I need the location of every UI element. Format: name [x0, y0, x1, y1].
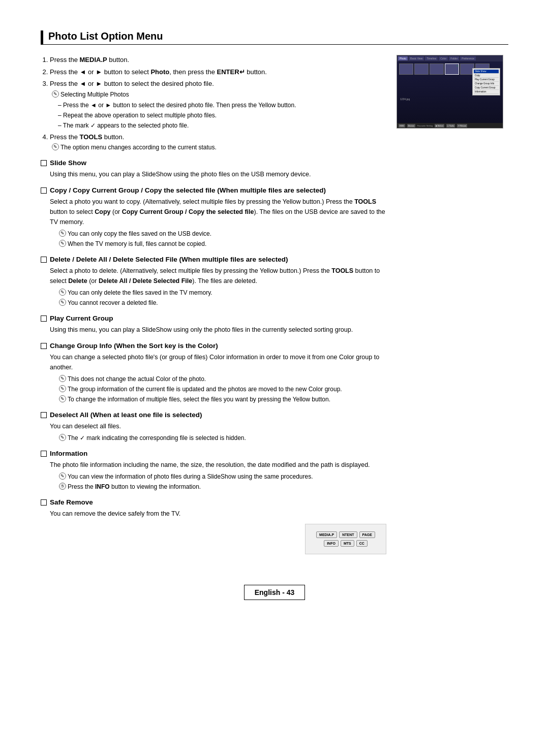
section-title-play-current: Play Current Group	[50, 314, 113, 322]
change-group-note-3: ✎ To change the information of multiple …	[41, 395, 386, 404]
section-title-deselect: Deselect All (When at least one file is …	[50, 411, 202, 419]
step3-bullets: Press the ◄ or ► button to select the de…	[50, 101, 386, 130]
remote-btn-info: INFO	[324, 540, 339, 547]
section-title-change-group: Change Group Info (When the Sort key is …	[50, 342, 218, 350]
tv-screenshot: Photo Basic View Timeline Color Folder P…	[396, 55, 503, 129]
tv-menu-play-current: Play Current Group	[474, 78, 499, 82]
section-title-slide-show: Slide Show	[50, 159, 86, 167]
tv-tab-timeline: Timeline	[425, 56, 438, 60]
copy-note-2: ✎ When the TV memory is full, files cann…	[41, 239, 386, 248]
tv-screenshot-area: Photo Basic View Timeline Color Folder P…	[396, 55, 508, 554]
remote-btn-cc: CC	[356, 540, 368, 547]
section-header-deselect: Deselect All (When at least one file is …	[41, 411, 386, 419]
copy-note-1: ✎ You can only copy the files saved on t…	[41, 229, 386, 238]
section-header-information: Information	[41, 450, 386, 457]
tv-photo-3	[430, 64, 444, 75]
section-body-slide-show: Using this menu, you can play a SlideSho…	[41, 169, 386, 179]
delete-note-text-2: You cannot recover a deleted file.	[68, 298, 158, 307]
tv-photo-1	[399, 64, 413, 75]
tv-btn-tools: ▷ Tools	[446, 124, 455, 128]
footer: English - 43	[41, 585, 508, 600]
note-icon-delete-1: ✎	[59, 289, 66, 296]
tv-btn-select: ■ Select	[435, 124, 444, 128]
section-header-safe-remove: Safe Remove	[41, 498, 386, 506]
remote-btn-ntent: NTENT	[339, 531, 357, 538]
tv-menu-copy-current: Copy Current Group	[474, 86, 499, 90]
delete-note-text-1: You can only delete the files saved in t…	[68, 288, 212, 297]
step2-bold-photo: Photo	[150, 68, 169, 76]
remote-row-1: MEDIA.P NTENT PAGE	[316, 531, 375, 538]
step3-note-text: Selecting Multiple Photos	[60, 90, 129, 99]
copy-note-text-2: When the TV memory is full, files cannot…	[68, 239, 206, 248]
tv-screen: Photo Basic View Timeline Color Folder P…	[397, 55, 503, 128]
tv-btn-hdd: HDD	[399, 124, 405, 128]
section-header-copy: Copy / Copy Current Group / Copy the sel…	[41, 186, 386, 194]
delete-note-1: ✎ You can only delete the files saved in…	[41, 288, 386, 297]
step4-note-text: The option menu changes according to the…	[60, 143, 217, 152]
section-body-safe-remove: You can remove the device safely from th…	[41, 509, 386, 519]
tv-photo-2	[414, 64, 429, 75]
section-header-play-current: Play Current Group	[41, 314, 386, 322]
step3-bullet-2: Repeat the above operation to select mul…	[58, 111, 386, 120]
note-icon-cg-1: ✎	[59, 375, 66, 382]
remote-btn-page: PAGE	[359, 531, 375, 538]
section-body-delete: Select a photo to delete. (Alternatively…	[41, 266, 386, 286]
tv-menu-information: Information	[474, 90, 499, 94]
remote-row-2: INFO MTS CC	[324, 540, 368, 547]
remote-btn-mts: MTS	[341, 540, 354, 547]
section-header-slide-show: Slide Show	[41, 159, 386, 167]
step-4: Press the TOOLS button. ✎ The option men…	[50, 132, 386, 152]
step4-bold-tools: TOOLS	[80, 133, 103, 141]
copy-note-text-1: You can only copy the files saved on the…	[68, 229, 211, 238]
section-title-delete: Delete / Delete All / Delete Selected Fi…	[50, 256, 288, 263]
change-group-note-text-1: This does not change the actual Color of…	[68, 374, 206, 384]
tv-tab-photo: Photo	[398, 56, 408, 60]
change-group-note-1: ✎ This does not change the actual Color …	[41, 374, 386, 384]
tv-context-menu: Slide Show Copy Play Current Group Chang…	[472, 68, 500, 96]
deselect-note-text-1: The ✓ mark indicating the corresponding …	[68, 433, 246, 443]
section-body-information: The photo file information including the…	[41, 460, 386, 470]
section-title-safe-remove: Safe Remove	[50, 498, 93, 506]
tv-tab-basic: Basic View	[409, 56, 424, 60]
note-icon-cg-2: ✎	[59, 385, 66, 392]
tv-tab-color: Color	[439, 56, 448, 60]
information-note-text-1: You can view the information of photo fi…	[68, 472, 313, 481]
tv-tabs-bar: Photo Basic View Timeline Color Folder P…	[397, 55, 503, 61]
tv-bottom-text: Favourite Setting	[417, 124, 433, 127]
note-icon-copy-1: ✎	[59, 230, 66, 237]
section-title-information: Information	[50, 450, 87, 457]
note-icon-delete-2: ✎	[59, 299, 66, 306]
section-header-change-group: Change Group Info (When the Sort key is …	[41, 342, 386, 350]
tv-photo-4: ✓	[445, 64, 459, 75]
change-group-note-2: ✎ The group information of the current f…	[41, 385, 386, 394]
checkbox-icon-information	[41, 451, 47, 457]
remote-image-area: MEDIA.P NTENT PAGE INFO MTS CC	[41, 524, 386, 554]
checkbox-icon-change-group	[41, 343, 47, 349]
steps-list: Press the MEDIA.P button. Press the ◄ or…	[41, 55, 386, 152]
footer-label: English - 43	[244, 585, 306, 600]
checkbox-icon-safe-remove	[41, 499, 47, 506]
note-icon-cg-3: ✎	[59, 395, 66, 402]
note-icon-info-1: ✎	[59, 472, 66, 480]
delete-note-2: ✎ You cannot recover a deleted file.	[41, 298, 386, 307]
tv-menu-slideshow: Slide Show	[474, 70, 499, 74]
tv-bottom-bar: HDD Device Favourite Setting ■ Select ▷ …	[397, 123, 503, 128]
section-body-copy: Select a photo you want to copy. (Altern…	[41, 197, 386, 227]
step-3: Press the ◄ or ► button to select the de…	[50, 79, 386, 130]
section-title-copy: Copy / Copy Current Group / Copy the sel…	[50, 186, 326, 194]
step1-bold: MEDIA.P	[80, 56, 107, 64]
step3-bullet-3: The mark ✓ appears to the selected photo…	[58, 121, 386, 130]
information-note-text-2: Press the INFO button to viewing the inf…	[68, 482, 201, 491]
step-1: Press the MEDIA.P button.	[50, 55, 386, 65]
information-note-2: 5 Press the INFO button to viewing the i…	[41, 482, 386, 491]
tv-menu-change-group: Change Group Info	[474, 82, 499, 86]
checkbox-icon-deselect	[41, 412, 47, 418]
checkbox-icon-copy	[41, 187, 47, 194]
note-icon-info-2: 5	[59, 483, 66, 490]
tv-menu-copy: Copy	[474, 74, 499, 78]
section-header-delete: Delete / Delete All / Delete Selected Fi…	[41, 256, 386, 263]
change-group-note-text-2: The group information of the current fil…	[68, 385, 342, 394]
note-icon-1: ✎	[52, 90, 59, 98]
note-icon-2: ✎	[52, 143, 59, 150]
tv-tab-pref: Preference	[460, 56, 475, 60]
